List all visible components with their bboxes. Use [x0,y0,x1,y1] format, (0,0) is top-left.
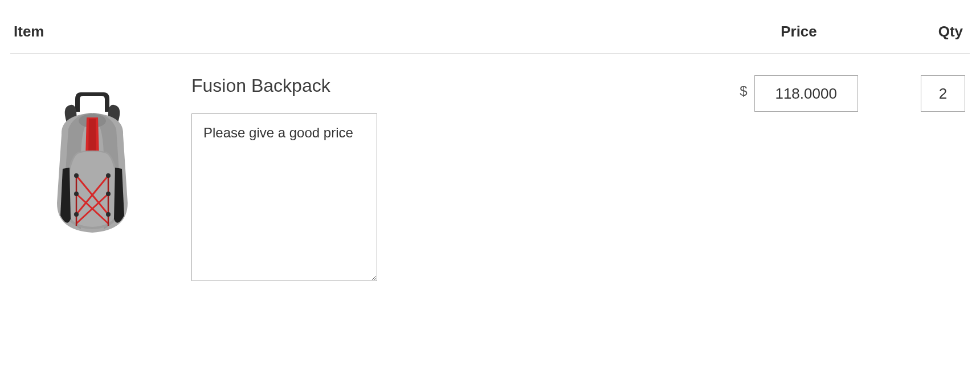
qty-input[interactable] [921,75,965,112]
header-qty: Qty [879,23,970,40]
price-input[interactable] [754,75,858,112]
backpack-icon [35,89,149,237]
price-cell: $ [719,73,879,112]
table-row: Fusion Backpack $ [10,54,970,283]
svg-point-6 [106,212,111,217]
svg-point-1 [74,173,79,178]
svg-point-4 [106,192,111,196]
table-header-row: Item Price Qty [10,23,970,54]
header-price: Price [719,23,879,40]
order-items-table: Item Price Qty [0,0,980,283]
product-name: Fusion Backpack [191,75,719,96]
qty-cell [879,73,970,112]
item-note-textarea[interactable] [191,113,377,281]
product-image [27,79,157,247]
item-cell: Fusion Backpack [10,73,719,283]
svg-point-5 [74,212,79,217]
product-details: Fusion Backpack [191,73,719,283]
svg-point-3 [74,192,79,196]
header-item: Item [10,23,719,40]
svg-point-2 [106,173,111,178]
currency-symbol: $ [740,75,747,99]
